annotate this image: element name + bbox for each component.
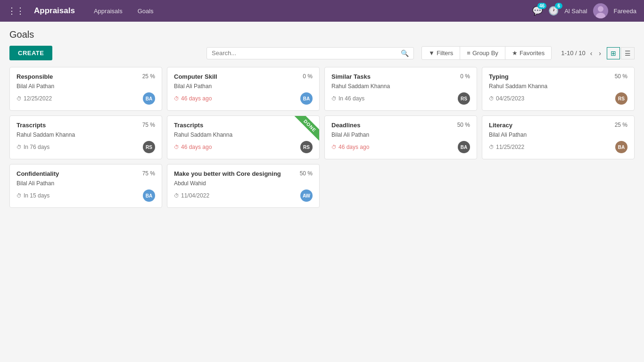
card-assignee: Bilal Ali Pathan [489, 132, 627, 138]
card-percent: 50 % [457, 122, 470, 128]
card-avatar: BA [300, 92, 313, 105]
card-header: Confidentiality 75 % [17, 170, 155, 177]
card-avatar: BA [615, 141, 627, 153]
groupby-button[interactable]: ≡ Group By [460, 47, 505, 59]
clock-icon: ⏱ [331, 96, 337, 101]
favorites-button[interactable]: ★ Favorites [505, 47, 551, 59]
card-avatar: BA [143, 189, 155, 202]
filters-label: Filters [437, 49, 453, 57]
cards-grid: Responsible 25 % Bilal Ali Pathan ⏱ 12/2… [9, 67, 635, 208]
goal-card[interactable]: Literacy 25 % Bilal Ali Pathan ⏱ 11/25/2… [482, 115, 635, 159]
card-percent: 50 % [615, 73, 627, 80]
page-header: Goals [9, 29, 635, 40]
card-assignee: Bilal Ali Pathan [331, 132, 470, 138]
card-header: Computer Skill 0 % [174, 73, 313, 80]
card-title: Typing [489, 73, 611, 80]
page-content: Goals CREATE 🔍 ▼ Filters ≡ Group By ★ Fa… [0, 22, 644, 215]
card-footer: ⏱ 46 days ago BA [174, 92, 313, 105]
top-navigation: ⋮⋮ Appraisals Appraisals Goals 💬 46 🕐 6 … [0, 0, 644, 22]
card-date-text: 46 days ago [181, 95, 212, 102]
clock-badge: 6 [555, 3, 562, 9]
card-footer: ⏱ 12/25/2022 BA [17, 92, 155, 105]
card-footer: ⏱ 46 days ago BA [331, 141, 470, 153]
chat-icon-btn[interactable]: 💬 46 [532, 6, 543, 16]
card-date-text: 46 days ago [181, 144, 212, 150]
chat-badge: 46 [537, 3, 546, 9]
clock-icon: ⏱ [17, 144, 22, 150]
card-date: ⏱ 11/25/2022 [489, 144, 524, 150]
card-title: Trascripts [17, 122, 139, 129]
search-input[interactable] [212, 49, 398, 57]
card-assignee: Rahul Saddam Khanna [489, 83, 627, 90]
card-assignee: Bilal Ali Pathan [17, 180, 155, 187]
card-date: ⏱ 11/04/2022 [174, 192, 209, 199]
card-assignee: Bilal Ali Pathan [174, 83, 313, 90]
card-date-text: 46 days ago [339, 144, 369, 150]
card-percent: 25 % [142, 73, 155, 80]
card-footer: ⏱ 11/04/2022 AW [174, 189, 313, 202]
card-title: Computer Skill [174, 73, 299, 80]
card-title: Confidentiality [17, 170, 139, 177]
clock-icon: ⏱ [174, 193, 179, 198]
card-percent: 75 % [142, 170, 155, 177]
goal-card[interactable]: Similar Tasks 0 % Rahul Saddam Khanna ⏱ … [324, 67, 477, 111]
card-date-text: In 76 days [24, 144, 50, 150]
clock-icon: ⏱ [17, 96, 22, 101]
card-footer: ⏱ In 46 days RS [331, 92, 470, 105]
card-percent: 50 % [300, 170, 313, 177]
search-bar: 🔍 [206, 47, 414, 59]
card-date: ⏱ In 76 days [17, 144, 50, 150]
next-page-button[interactable]: › [597, 49, 603, 58]
user-avatar[interactable] [593, 3, 608, 18]
goal-card[interactable]: Computer Skill 0 % Bilal Ali Pathan ⏱ 46… [167, 67, 320, 111]
card-date: ⏱ In 46 days [331, 95, 364, 102]
pagination-text: 1-10 / 10 [561, 49, 585, 57]
goal-card[interactable]: Responsible 25 % Bilal Ali Pathan ⏱ 12/2… [9, 67, 162, 111]
card-percent: 25 % [615, 122, 627, 128]
card-date-text: 12/25/2022 [24, 95, 52, 102]
groupby-label: Group By [472, 49, 498, 57]
card-percent: 75 % [142, 122, 155, 128]
goal-card[interactable]: Confidentiality 75 % Bilal Ali Pathan ⏱ … [9, 164, 162, 208]
card-assignee: Rahul Saddam Khanna [331, 83, 470, 90]
card-title: Make you better with Core designing [174, 170, 296, 177]
list-view-button[interactable]: ☰ [621, 47, 635, 59]
goal-card[interactable]: Deadlines 50 % Bilal Ali Pathan ⏱ 46 day… [324, 115, 477, 159]
page-title: Goals [9, 29, 635, 40]
filter-bar: ▼ Filters ≡ Group By ★ Favorites [421, 46, 552, 60]
card-footer: ⏱ In 15 days BA [17, 189, 155, 202]
card-date-text: 11/04/2022 [181, 192, 209, 199]
goal-card[interactable]: Typing 50 % Rahul Saddam Khanna ⏱ 04/25/… [482, 67, 635, 111]
card-title: Literacy [489, 122, 611, 129]
search-icon: 🔍 [401, 49, 409, 57]
clock-icon: ⏱ [174, 144, 179, 150]
card-date: ⏱ 46 days ago [174, 144, 212, 150]
nav-goals[interactable]: Goals [134, 6, 157, 16]
kanban-view-button[interactable]: ⊞ [607, 47, 620, 59]
prev-page-button[interactable]: ‹ [588, 49, 594, 58]
card-assignee: Rahul Saddam Khanna [174, 132, 313, 138]
goal-card[interactable]: Make you better with Core designing 50 %… [167, 164, 320, 208]
app-title[interactable]: Appraisals [34, 6, 75, 16]
card-footer: ⏱ 46 days ago RS [174, 141, 313, 153]
avatar-name: Fareeda [614, 8, 636, 15]
favorites-label: Favorites [520, 49, 545, 57]
controls-left: CREATE [9, 46, 206, 60]
card-percent: 0 % [303, 73, 313, 80]
card-header: Similar Tasks 0 % [331, 73, 470, 80]
nav-appraisals[interactable]: Appraisals [90, 6, 126, 16]
goal-card[interactable]: Trascripts 75 % Rahul Saddam Khanna ⏱ In… [9, 115, 162, 159]
card-date-text: 11/25/2022 [496, 144, 524, 150]
card-avatar: AW [300, 189, 313, 202]
create-button[interactable]: CREATE [9, 46, 52, 60]
pagination-bar: 1-10 / 10 ‹ › [561, 49, 603, 58]
card-date-text: 04/25/2023 [496, 95, 524, 102]
card-avatar: RS [143, 141, 155, 153]
clock-icon-btn[interactable]: 🕐 6 [548, 6, 559, 16]
filters-button[interactable]: ▼ Filters [422, 47, 460, 59]
view-toggle: ⊞ ☰ [607, 47, 635, 59]
grid-icon[interactable]: ⋮⋮ [8, 6, 25, 16]
goal-card[interactable]: DONE Trascripts Rahul Saddam Khanna ⏱ 46… [167, 115, 320, 159]
card-date-text: In 46 days [339, 95, 364, 102]
card-avatar: BA [458, 141, 470, 153]
